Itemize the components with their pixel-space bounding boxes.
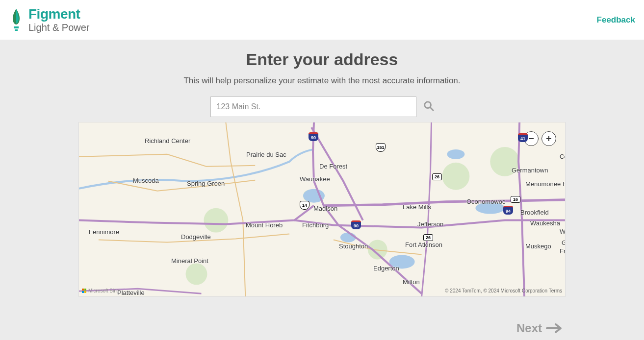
svg-rect-1 [15, 29, 18, 31]
map-provider-label: Microsoft Bing [88, 288, 119, 293]
svg-rect-20 [84, 289, 86, 291]
bing-icon [82, 289, 87, 293]
svg-point-15 [447, 149, 464, 159]
svg-point-10 [490, 147, 519, 176]
svg-point-6 [186, 263, 207, 285]
map-roads [79, 122, 565, 297]
arrow-right-icon [546, 322, 563, 334]
zoom-out-button[interactable] [524, 131, 539, 146]
svg-line-3 [430, 107, 433, 110]
header: Figment Light & Power Feedback [0, 0, 644, 40]
svg-point-14 [475, 202, 505, 214]
svg-rect-22 [84, 291, 86, 293]
svg-rect-21 [82, 291, 84, 293]
svg-rect-0 [14, 26, 19, 28]
map-attribution[interactable]: © 2024 TomTom, © 2024 Microsoft Corporat… [445, 288, 562, 293]
svg-point-9 [442, 163, 469, 190]
brand-text: Figment Light & Power [28, 7, 90, 33]
brand-name: Figment [28, 7, 90, 22]
next-label: Next [516, 321, 542, 335]
brand-subtitle: Light & Power [28, 22, 90, 33]
search-icon [423, 100, 434, 111]
next-button[interactable]: Next [516, 321, 563, 335]
main-content: Enter your address This will help person… [0, 40, 644, 335]
zoom-in-button[interactable] [541, 131, 556, 146]
address-input[interactable] [210, 97, 416, 117]
page-title: Enter your address [0, 50, 644, 69]
page-subtitle: This will help personalize your estimate… [0, 76, 644, 86]
address-search-row [0, 97, 644, 117]
zoom-controls [524, 131, 556, 146]
map[interactable]: Microsoft Bing © 2024 TomTom, © 2024 Mic… [78, 122, 566, 297]
leaf-icon [9, 8, 24, 31]
search-button[interactable] [423, 100, 434, 113]
brand-logo[interactable]: Figment Light & Power [9, 7, 90, 33]
footer-nav: Next [78, 321, 566, 335]
plus-icon [545, 135, 552, 142]
svg-point-5 [204, 208, 228, 233]
svg-point-13 [389, 255, 415, 268]
minus-icon [528, 135, 535, 142]
map-provider-logo: Microsoft Bing [82, 288, 119, 293]
svg-point-12 [340, 233, 356, 243]
feedback-link[interactable]: Feedback [597, 15, 635, 25]
svg-rect-19 [82, 289, 84, 291]
